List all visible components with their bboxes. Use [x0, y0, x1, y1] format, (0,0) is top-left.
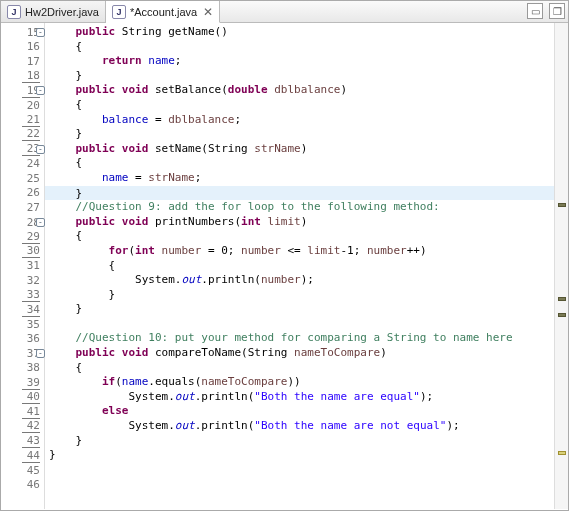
- gutter-line[interactable]: 23-: [1, 142, 44, 157]
- maximize-button[interactable]: ❐: [549, 3, 565, 19]
- line-number-gutter[interactable]: 15-16171819-20212223-2425262728-29303132…: [1, 23, 45, 509]
- fold-toggle-icon[interactable]: -: [36, 218, 45, 227]
- overview-ruler[interactable]: [554, 23, 568, 509]
- overview-mark[interactable]: [558, 451, 566, 455]
- overview-mark[interactable]: [558, 297, 566, 301]
- code-line[interactable]: balance = dblbalance;: [45, 113, 554, 128]
- line-number: 32: [22, 274, 40, 287]
- code-line[interactable]: {: [45, 98, 554, 113]
- line-number: 20: [22, 99, 40, 112]
- line-number: 18: [22, 69, 40, 83]
- gutter-line[interactable]: 44: [1, 448, 44, 463]
- gutter-line[interactable]: 27: [1, 200, 44, 215]
- gutter-line[interactable]: 19-: [1, 83, 44, 98]
- line-number: 24: [22, 157, 40, 170]
- gutter-line[interactable]: 28-: [1, 215, 44, 230]
- gutter-line[interactable]: 22: [1, 127, 44, 142]
- line-number: 39: [22, 376, 40, 390]
- code-line[interactable]: System.out.println(number);: [45, 273, 554, 288]
- gutter-line[interactable]: 43: [1, 434, 44, 449]
- gutter-line[interactable]: 15-: [1, 25, 44, 40]
- code-line[interactable]: System.out.println("Both the name are no…: [45, 419, 554, 434]
- gutter-line[interactable]: 21: [1, 113, 44, 128]
- line-number: 27: [22, 201, 40, 214]
- code-line[interactable]: else: [45, 404, 554, 419]
- gutter-line[interactable]: 20: [1, 98, 44, 113]
- line-number: 31: [22, 259, 40, 272]
- code-line[interactable]: {: [45, 156, 554, 171]
- fold-toggle-icon[interactable]: -: [36, 145, 45, 154]
- editor-tab[interactable]: JHw2Driver.java: [1, 1, 106, 22]
- code-line[interactable]: }: [45, 186, 554, 201]
- line-number: 42: [22, 419, 40, 433]
- code-line[interactable]: [45, 477, 554, 492]
- line-number: 34: [22, 303, 40, 317]
- code-line[interactable]: }: [45, 302, 554, 317]
- code-editor[interactable]: 15-16171819-20212223-2425262728-29303132…: [1, 23, 568, 509]
- gutter-line[interactable]: 38: [1, 361, 44, 376]
- minimize-button[interactable]: ▭: [527, 3, 543, 19]
- code-line[interactable]: return name;: [45, 54, 554, 69]
- gutter-line[interactable]: 24: [1, 156, 44, 171]
- line-number: 36: [22, 332, 40, 345]
- gutter-line[interactable]: 31: [1, 259, 44, 274]
- gutter-line[interactable]: 32: [1, 273, 44, 288]
- gutter-line[interactable]: 33: [1, 288, 44, 303]
- gutter-line[interactable]: 42: [1, 419, 44, 434]
- gutter-line[interactable]: 35: [1, 317, 44, 332]
- editor-tab[interactable]: J*Account.java✕: [106, 1, 220, 23]
- code-line[interactable]: {: [45, 40, 554, 55]
- code-line[interactable]: //Question 9: add the for loop to the fo…: [45, 200, 554, 215]
- gutter-line[interactable]: 36: [1, 331, 44, 346]
- gutter-line[interactable]: 45: [1, 463, 44, 478]
- code-line[interactable]: }: [45, 127, 554, 142]
- code-line[interactable]: {: [45, 229, 554, 244]
- gutter-line[interactable]: 37-: [1, 346, 44, 361]
- fold-toggle-icon[interactable]: -: [36, 28, 45, 37]
- code-line[interactable]: [45, 317, 554, 332]
- gutter-line[interactable]: 16: [1, 40, 44, 55]
- code-line[interactable]: public void compareToName(String nameToC…: [45, 346, 554, 361]
- code-area[interactable]: public String getName() { return name; }…: [45, 23, 554, 509]
- code-line[interactable]: }: [45, 434, 554, 449]
- gutter-line[interactable]: 41: [1, 404, 44, 419]
- tabbar-spacer: [220, 1, 524, 22]
- code-line[interactable]: public String getName(): [45, 25, 554, 40]
- code-line[interactable]: for(int number = 0; number <= limit-1; n…: [45, 244, 554, 259]
- java-file-icon: J: [112, 5, 126, 19]
- overview-mark[interactable]: [558, 203, 566, 207]
- code-line[interactable]: public void setName(String strName): [45, 142, 554, 157]
- gutter-line[interactable]: 30: [1, 244, 44, 259]
- code-line[interactable]: }: [45, 288, 554, 303]
- code-line[interactable]: [45, 463, 554, 478]
- code-line[interactable]: public void printNumbers(int limit): [45, 215, 554, 230]
- gutter-line[interactable]: 25: [1, 171, 44, 186]
- code-line[interactable]: if(name.equals(nameToCompare)): [45, 375, 554, 390]
- line-number: 35: [22, 318, 40, 331]
- code-line[interactable]: name = strName;: [45, 171, 554, 186]
- close-icon[interactable]: ✕: [203, 5, 213, 19]
- code-line[interactable]: public void setBalance(double dblbalance…: [45, 83, 554, 98]
- code-line[interactable]: {: [45, 361, 554, 376]
- gutter-line[interactable]: 17: [1, 54, 44, 69]
- code-line[interactable]: //Question 10: put your method for compa…: [45, 331, 554, 346]
- gutter-line[interactable]: 40: [1, 390, 44, 405]
- gutter-line[interactable]: 29: [1, 229, 44, 244]
- overview-mark[interactable]: [558, 313, 566, 317]
- gutter-line[interactable]: 18: [1, 69, 44, 84]
- line-number: 43: [22, 434, 40, 448]
- code-line[interactable]: System.out.println("Both the name are eq…: [45, 390, 554, 405]
- line-number: 38: [22, 361, 40, 374]
- fold-toggle-icon[interactable]: -: [36, 86, 45, 95]
- editor-tabbar: JHw2Driver.javaJ*Account.java✕ ▭ ❐: [1, 1, 568, 23]
- code-line[interactable]: {: [45, 259, 554, 274]
- code-line[interactable]: }: [45, 448, 554, 463]
- gutter-line[interactable]: 26: [1, 186, 44, 201]
- gutter-line[interactable]: 34: [1, 302, 44, 317]
- fold-toggle-icon[interactable]: -: [36, 349, 45, 358]
- code-line[interactable]: }: [45, 69, 554, 84]
- line-number: 26: [22, 186, 40, 199]
- gutter-line[interactable]: 39: [1, 375, 44, 390]
- gutter-line[interactable]: 46: [1, 477, 44, 492]
- line-number: 30: [22, 244, 40, 258]
